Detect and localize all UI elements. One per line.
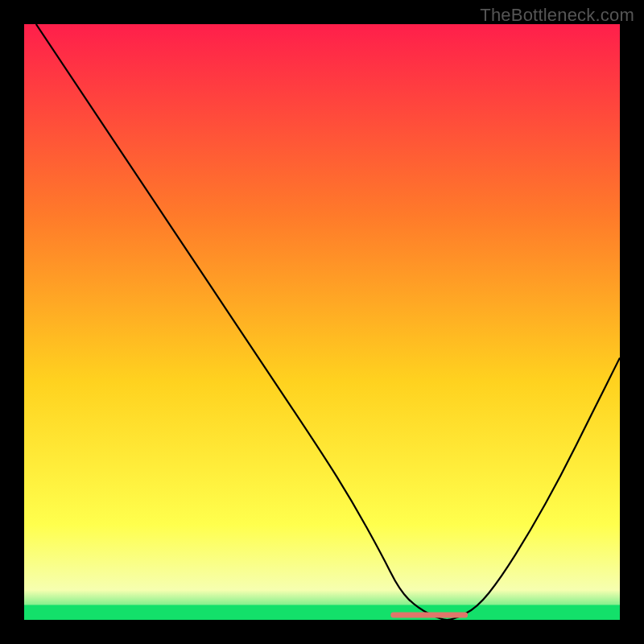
chart-frame: TheBottleneck.com bbox=[0, 0, 644, 644]
plot-svg bbox=[24, 24, 620, 620]
plot-area bbox=[24, 24, 620, 620]
watermark-text: TheBottleneck.com bbox=[480, 5, 634, 26]
green-band bbox=[24, 605, 620, 621]
